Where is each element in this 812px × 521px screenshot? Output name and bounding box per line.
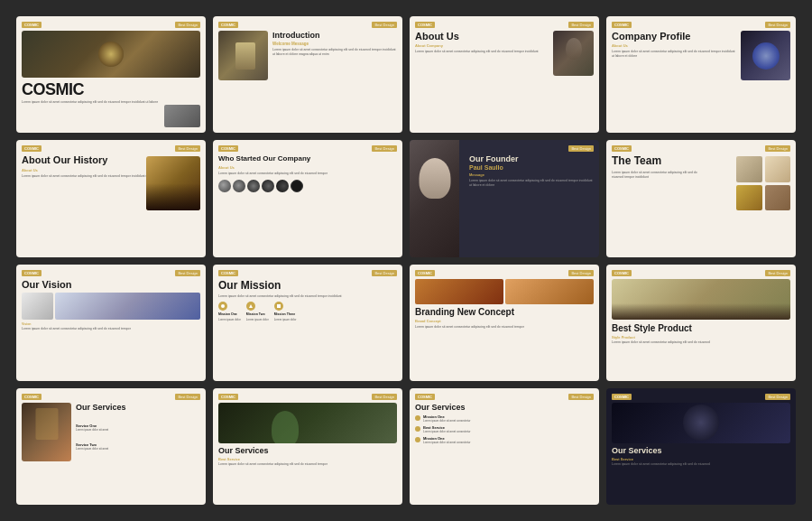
slide-who: COSMIC Best Design Who Started Our Compa… — [213, 140, 402, 256]
moon-1 — [218, 180, 231, 192]
services3-items: Mission One Lorem ipsum dolor sit amet c… — [415, 414, 594, 445]
vision-title: Our Vision — [22, 279, 200, 290]
mission-item-2: Mission Two Lorem ipsum dolor — [246, 302, 269, 321]
slide-introduction: COSMIC Best Design Introduction Welcome … — [213, 16, 402, 133]
slide-tag: Best Design — [568, 22, 594, 28]
branding-image-1 — [415, 279, 503, 304]
slide-logo: COSMIC — [612, 270, 632, 276]
slide-tag: Best Design — [568, 145, 594, 152]
vision-label: Vision — [22, 322, 200, 326]
services3-text-2: Lorem ipsum dolor sit amet consectetur — [423, 430, 471, 433]
slide-services2: COSMIC Best Design Our Services Best Ser… — [213, 388, 402, 505]
slide-tag: Best Design — [765, 145, 790, 152]
mission-text: Lorem ipsum dolor sit amet consectetur a… — [218, 294, 397, 299]
who-subtitle: About Us — [218, 165, 397, 170]
slide-logo: COSMIC — [415, 270, 435, 276]
slide-tag: Best Design — [765, 22, 790, 28]
slide-logo: COSMIC — [22, 145, 42, 152]
beststyle-image — [612, 279, 790, 320]
services4-subtitle: Best Service — [612, 457, 790, 461]
slide-mission: COSMIC Best Design Our Mission Lorem ips… — [213, 265, 402, 381]
services3-item-3: Mission One Lorem ipsum dolor sit amet c… — [415, 436, 594, 444]
services2-title: Our Services — [218, 446, 397, 455]
slide-services3: COSMIC Best Design Our Services Mission … — [410, 388, 599, 505]
mission-icon-1 — [218, 302, 227, 311]
branding-text: Lorem ipsum dolor sit amet consectetur a… — [415, 325, 594, 330]
mission-item-1: Mission One Lorem ipsum dolor — [218, 302, 241, 321]
mission-title: Our Mission — [218, 279, 397, 292]
services4-image — [612, 403, 790, 443]
slide-logo: COSMIC — [612, 394, 632, 400]
slide-tag: Best Design — [175, 145, 200, 152]
slide-logo: COSMIC — [218, 145, 238, 152]
team-photo-3 — [736, 185, 762, 211]
services1-image — [22, 403, 71, 461]
beststyle-text: Lorem ipsum dolor sit amet consectetur a… — [612, 340, 790, 345]
slide-tag: Best Design — [372, 394, 397, 400]
slide-logo: COSMIC — [218, 22, 238, 28]
moon-3 — [247, 180, 260, 192]
founder-name: Paul Saullo — [469, 164, 594, 171]
slide-logo: COSMIC — [22, 270, 42, 276]
mission-label-1: Mission One — [218, 312, 237, 316]
svg-point-0 — [221, 304, 225, 308]
vision-image-large — [55, 293, 200, 320]
vision-text: Lorem ipsum dolor sit amet consectetur a… — [22, 327, 200, 331]
services3-icon-3 — [415, 437, 420, 442]
slide-founder: COSMIC Best Design Our Founder Paul Saul… — [410, 140, 599, 256]
slide-tag: Best Design — [765, 270, 790, 276]
cosmic-small-image — [164, 105, 200, 127]
slide-tag: Best Design — [568, 394, 594, 400]
mission-items: Mission One Lorem ipsum dolor Mission Tw… — [218, 302, 397, 321]
team-photo-1 — [736, 156, 762, 182]
slide-tag: Best Design — [765, 394, 790, 400]
slide-tag: Best Design — [372, 270, 397, 276]
slide-logo: COSMIC — [415, 22, 435, 28]
mission-text-2: Lorem ipsum dolor — [246, 318, 269, 321]
branding-subtitle: Brand Concept — [415, 319, 594, 323]
founder-title: Our Founder — [469, 154, 594, 163]
aboutus-image — [553, 31, 594, 76]
services2-subtitle: Best Service — [218, 457, 397, 461]
mission-text-1: Lorem ipsum dolor — [218, 318, 241, 321]
services3-item-1: Mission One Lorem ipsum dolor sit amet c… — [415, 414, 594, 423]
slide-logo: COSMIC — [22, 22, 42, 28]
team-photos — [736, 156, 790, 210]
services3-text-1: Lorem ipsum dolor sit amet consectetur — [423, 419, 471, 423]
services3-item-2: Best Service Lorem ipsum dolor sit amet … — [415, 425, 594, 433]
slide-vision: COSMIC Best Design Our Vision Vision Lor… — [16, 265, 206, 381]
intro-title: Introduction — [272, 31, 397, 40]
cosmic-hero-image — [22, 31, 200, 78]
slide-beststyle: COSMIC Best Design Best Style Product St… — [606, 265, 796, 381]
slide-tag: Best Design — [175, 394, 200, 400]
team-photo-2 — [765, 156, 791, 182]
moon-2 — [233, 180, 245, 192]
slide-services1: COSMIC Best Design Our Services Service … — [16, 388, 206, 505]
who-text: Lorem ipsum dolor sit amet consectetur a… — [218, 172, 397, 176]
company-image — [741, 31, 790, 80]
who-title: Who Started Our Company — [218, 154, 397, 163]
slide-tag: Best Design — [568, 270, 594, 276]
moon-5 — [276, 180, 289, 192]
intro-image — [218, 31, 268, 80]
beststyle-title: Best Style Product — [612, 323, 790, 333]
services4-text: Lorem ipsum dolor sit amet consectetur a… — [612, 462, 790, 467]
slide-history: COSMIC Best Design About Our History Abo… — [16, 140, 206, 256]
slide-cosmic: COSMIC Best Design COSMIC Lorem ipsum do… — [16, 16, 206, 133]
slide-logo: COSMIC — [612, 145, 632, 152]
mission-icon-2 — [246, 302, 255, 311]
slide-tag: Best Design — [372, 22, 397, 28]
services2-image — [218, 403, 397, 443]
slide-logo: COSMIC — [612, 22, 632, 28]
slide-tag: Best Design — [175, 22, 200, 28]
founder-image — [410, 140, 459, 256]
history-image — [146, 156, 200, 210]
services3-icon-2 — [415, 426, 420, 432]
founder-subtitle: Message — [469, 172, 594, 177]
services2-text: Lorem ipsum dolor sit amet consectetur a… — [218, 462, 397, 467]
moon-4 — [262, 180, 274, 192]
slide-branding: COSMIC Best Design Branding New Concept … — [410, 265, 599, 381]
services3-text-3: Lorem ipsum dolor sit amet consectetur — [423, 441, 471, 444]
beststyle-subtitle: Style Product — [612, 335, 790, 340]
team-photo-4 — [765, 185, 791, 211]
